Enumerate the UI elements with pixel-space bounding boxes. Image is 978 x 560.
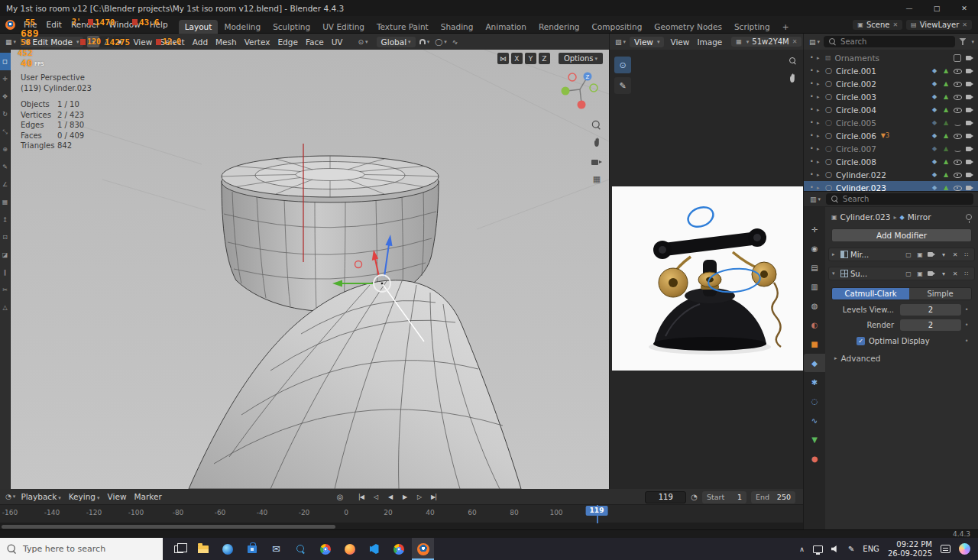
- animate-dot-icon[interactable]: •: [961, 338, 972, 345]
- properties-tab-object[interactable]: ■: [804, 335, 825, 353]
- outliner-row[interactable]: •▸◯Circle.004◆▲: [804, 103, 978, 116]
- workspace-tab-animation[interactable]: Animation: [479, 20, 533, 34]
- viewport-menu-vertex[interactable]: Vertex: [241, 37, 274, 47]
- snap-icon[interactable]: ▾: [418, 39, 432, 45]
- close-icon[interactable]: ✕: [950, 251, 960, 258]
- render-visibility-icon[interactable]: [965, 66, 975, 75]
- drag-handle-icon[interactable]: ∷: [962, 251, 971, 258]
- eye-open-icon[interactable]: [953, 66, 963, 76]
- volume-icon[interactable]: [831, 545, 840, 553]
- viewport-menu-uv[interactable]: UV: [328, 37, 347, 47]
- taskbar-task-view-icon[interactable]: [167, 538, 189, 560]
- timeline-menu-marker[interactable]: Marker: [130, 492, 165, 501]
- levels-viewport-field[interactable]: 2: [900, 304, 961, 316]
- dropdown-icon[interactable]: ▾: [939, 270, 948, 277]
- add-modifier-button[interactable]: Add Modifier: [831, 228, 972, 242]
- timeline-menu-keying[interactable]: Keying▾: [65, 492, 104, 501]
- outliner-row[interactable]: •▸◯Circle.006▼3◆▲: [804, 129, 978, 142]
- properties-tab-view-layer[interactable]: ▥: [804, 277, 825, 296]
- orthographic-grid-icon[interactable]: ▦: [593, 174, 601, 184]
- playhead-frame-badge[interactable]: 119: [586, 506, 608, 516]
- render-levels-field[interactable]: 2: [900, 319, 961, 331]
- properties-tab-physics[interactable]: ◌: [804, 392, 825, 410]
- mesh-data-icon[interactable]: ▲: [941, 132, 950, 139]
- dropdown-icon[interactable]: ▾: [939, 251, 948, 258]
- outliner-row[interactable]: •▸◯Circle.003◆▲: [804, 90, 978, 103]
- taskbar-file-explorer-icon[interactable]: [192, 538, 214, 560]
- optimal-display-checkbox[interactable]: ✓: [857, 337, 865, 345]
- auto-keying-button[interactable]: ◎: [333, 491, 346, 503]
- outliner-row[interactable]: •▸◯Cylinder.022◆▲: [804, 168, 978, 181]
- modifier-icon[interactable]: ◆: [930, 67, 939, 74]
- render-visibility-icon[interactable]: [965, 183, 975, 191]
- workspace-tab-texture-paint[interactable]: Texture Paint: [371, 20, 435, 34]
- eye-closed-icon[interactable]: [953, 144, 963, 154]
- eye-open-icon[interactable]: [953, 105, 963, 115]
- outliner-row[interactable]: •▸◯Cylinder.023◆▲: [804, 181, 978, 191]
- taskbar-edge-icon[interactable]: [216, 538, 238, 560]
- eye-open-icon[interactable]: [953, 183, 963, 192]
- render-visibility-icon[interactable]: [965, 118, 975, 127]
- modifier-icon[interactable]: ◆: [930, 119, 939, 126]
- viewport-menu-view[interactable]: View: [129, 37, 156, 47]
- modifier-subdivision-header[interactable]: ▾ Su... ▢ ▣ ▾ ✕ ∷: [828, 267, 975, 280]
- tool-poly-build-icon[interactable]: △: [0, 299, 11, 316]
- image-menu-view[interactable]: View: [666, 37, 693, 47]
- tool-annotate-icon[interactable]: ✎: [0, 158, 11, 176]
- image-datablock[interactable]: ▦▾ 51w2Y4M ✕: [731, 37, 802, 47]
- taskbar-search-app-icon[interactable]: [290, 538, 312, 560]
- properties-tab-data[interactable]: ▼: [804, 430, 825, 448]
- catmull-clark-button[interactable]: Catmull-Clark: [832, 288, 909, 299]
- mesh-data-icon[interactable]: ▲: [941, 106, 950, 113]
- tool-add-cube-icon[interactable]: ▦: [0, 193, 11, 211]
- tool-move-icon[interactable]: ✥: [0, 88, 11, 105]
- transform-orientation[interactable]: Global▾: [377, 37, 416, 47]
- editor-type-icon[interactable]: ◔▾: [4, 493, 17, 500]
- expand-icon[interactable]: ▸: [832, 251, 838, 257]
- render-toggle-icon[interactable]: [927, 270, 937, 278]
- filter-icon[interactable]: [957, 38, 967, 45]
- viewport-canvas[interactable]: [11, 50, 609, 489]
- taskbar-mail-icon[interactable]: ✉: [265, 538, 287, 560]
- mirror-x-button[interactable]: X: [511, 53, 523, 64]
- scrollbar-thumb[interactable]: [2, 525, 335, 529]
- expand-icon[interactable]: ▸: [817, 159, 823, 165]
- previous-keyframe-button[interactable]: ◁: [369, 491, 382, 503]
- tool-transform-icon[interactable]: ⊕: [0, 141, 11, 158]
- mesh-cylinder-cap[interactable]: [222, 156, 439, 202]
- viewlayer-selector[interactable]: ▤ ViewLayer ✕: [906, 20, 972, 30]
- zoom-icon[interactable]: [789, 57, 797, 65]
- jump-to-start-button[interactable]: |◀: [355, 491, 368, 503]
- workspace-tab-sculpting[interactable]: Sculpting: [267, 20, 316, 34]
- tool-box-select-icon[interactable]: ◻: [0, 53, 11, 70]
- next-keyframe-button[interactable]: ▷: [413, 491, 426, 503]
- tool-cursor-icon[interactable]: ✛: [0, 70, 11, 88]
- eye-open-icon[interactable]: [953, 92, 963, 102]
- current-frame-field[interactable]: 119: [645, 491, 686, 503]
- viewport-3d[interactable]: User Perspective (119) Cylinder.023 Obje…: [11, 50, 609, 489]
- editor-type-icon[interactable]: ▤▾: [808, 38, 821, 46]
- pivot-point-icon[interactable]: ⊙▾: [357, 38, 370, 46]
- mesh-data-icon[interactable]: ▲: [941, 184, 950, 191]
- collapse-icon[interactable]: ▾: [832, 270, 838, 277]
- mirror-y-button[interactable]: Y: [525, 53, 536, 64]
- unlink-icon[interactable]: ✕: [892, 21, 898, 28]
- modifier-icon[interactable]: ◆: [930, 171, 939, 178]
- copilot-icon[interactable]: [959, 543, 970, 555]
- workspace-tab-geometry-nodes[interactable]: Geometry Nodes: [648, 20, 728, 34]
- properties-tab-render[interactable]: ◉: [804, 239, 825, 257]
- taskbar-vscode-icon[interactable]: [363, 538, 385, 560]
- realtime-toggle-icon[interactable]: ▣: [915, 270, 925, 277]
- modifier-icon[interactable]: ◆: [930, 80, 939, 87]
- pan-hand-icon[interactable]: [592, 137, 602, 150]
- end-frame-field[interactable]: End 250: [751, 491, 795, 503]
- viewport-menu-edge[interactable]: Edge: [274, 37, 301, 47]
- workspace-tab-compositing[interactable]: Compositing: [586, 20, 649, 34]
- outliner-row[interactable]: •▸◯Circle.002◆▲: [804, 77, 978, 90]
- close-button[interactable]: ✕: [950, 0, 978, 16]
- menu-help[interactable]: Help: [145, 20, 173, 29]
- navigation-gizmo[interactable]: Z: [559, 68, 601, 111]
- outliner-row[interactable]: •▸◯Circle.008◆▲: [804, 155, 978, 168]
- edit-mode-toggle-icon[interactable]: ▢: [904, 270, 913, 277]
- image-menu-image[interactable]: Image: [693, 37, 726, 47]
